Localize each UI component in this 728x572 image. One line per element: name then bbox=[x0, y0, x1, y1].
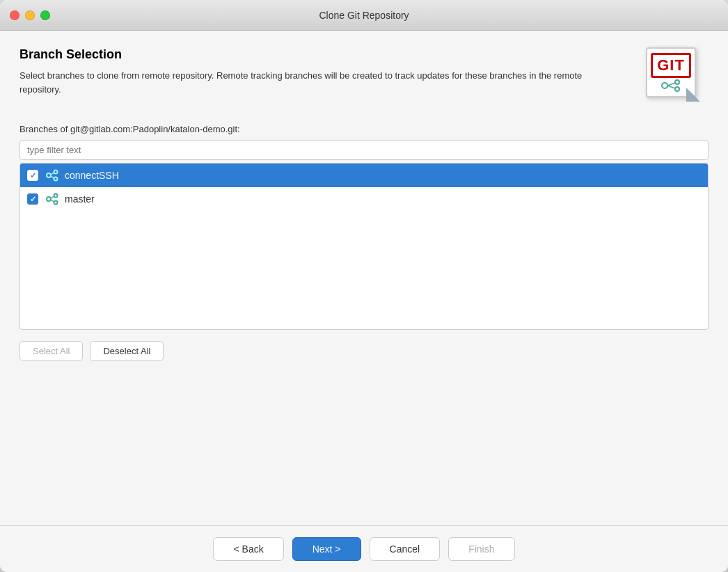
svg-point-10 bbox=[47, 197, 51, 201]
section-title: Branch Selection bbox=[19, 47, 632, 62]
checkmark-connectSSH: ✓ bbox=[30, 171, 36, 180]
cancel-button[interactable]: Cancel bbox=[370, 537, 441, 561]
branch-name-master: master bbox=[65, 193, 95, 205]
window: Clone Git Repository Branch Selection Se… bbox=[0, 0, 728, 572]
branch-checkbox-master[interactable]: ✓ bbox=[27, 193, 38, 205]
minimize-button[interactable] bbox=[25, 10, 35, 20]
svg-line-4 bbox=[667, 86, 675, 88]
deselect-all-button[interactable]: Deselect All bbox=[90, 341, 164, 361]
svg-point-11 bbox=[54, 194, 58, 198]
git-icon-box: GIT bbox=[646, 47, 696, 97]
select-all-button[interactable]: Select All bbox=[19, 341, 83, 361]
branch-icon-master bbox=[45, 192, 59, 206]
branch-name-connectSSH: connectSSH bbox=[65, 170, 119, 181]
branch-item-master[interactable]: ✓ master bbox=[20, 187, 708, 211]
svg-line-14 bbox=[51, 200, 54, 202]
section-description: Select branches to clone from remote rep… bbox=[19, 69, 590, 96]
svg-line-3 bbox=[667, 83, 675, 86]
main-content: Branch Selection Select branches to clon… bbox=[0, 31, 728, 525]
traffic-lights bbox=[10, 10, 50, 20]
svg-point-12 bbox=[54, 201, 58, 205]
svg-point-1 bbox=[675, 80, 679, 84]
svg-point-0 bbox=[662, 83, 667, 88]
branch-checkbox-connectSSH[interactable]: ✓ bbox=[27, 170, 38, 181]
svg-point-7 bbox=[54, 177, 58, 181]
git-icon: GIT bbox=[646, 47, 709, 110]
svg-point-6 bbox=[54, 170, 58, 174]
finish-button[interactable]: Finish bbox=[448, 537, 514, 561]
maximize-button[interactable] bbox=[40, 10, 50, 20]
header-text-area: Branch Selection Select branches to clon… bbox=[19, 47, 632, 96]
svg-point-2 bbox=[675, 87, 679, 91]
bottom-bar: < Back Next > Cancel Finish bbox=[0, 525, 728, 572]
svg-line-13 bbox=[51, 196, 54, 198]
svg-point-5 bbox=[47, 173, 51, 177]
spacer bbox=[19, 375, 709, 525]
svg-line-9 bbox=[51, 176, 54, 178]
filter-input[interactable] bbox=[19, 140, 709, 160]
checkmark-master: ✓ bbox=[30, 195, 36, 204]
branch-icon-connectSSH bbox=[45, 168, 59, 182]
branches-label: Branches of git@gitlab.com:Padoplin/kata… bbox=[19, 124, 709, 134]
title-bar: Clone Git Repository bbox=[0, 0, 728, 31]
git-icon-label: GIT bbox=[651, 53, 691, 78]
action-buttons: Select All Deselect All bbox=[19, 341, 709, 361]
close-button[interactable] bbox=[10, 10, 19, 20]
branch-list[interactable]: ✓ connectSSH ✓ bbox=[19, 163, 709, 330]
header-section: Branch Selection Select branches to clon… bbox=[19, 47, 709, 110]
window-title: Clone Git Repository bbox=[319, 10, 409, 21]
svg-line-8 bbox=[51, 173, 54, 175]
branch-item-connectSSH[interactable]: ✓ connectSSH bbox=[20, 164, 708, 187]
next-button[interactable]: Next > bbox=[292, 537, 361, 561]
git-icon-corner bbox=[686, 88, 700, 102]
back-button[interactable]: < Back bbox=[213, 537, 283, 561]
git-connector-icon bbox=[660, 79, 681, 92]
